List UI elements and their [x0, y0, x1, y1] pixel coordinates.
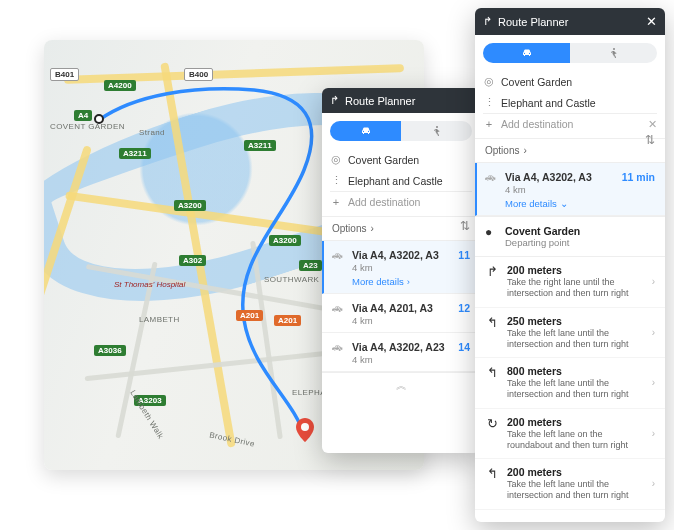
route-time: 11 min [622, 171, 655, 209]
depart-sub: Departing point [505, 237, 580, 248]
titlebar: ↱ Route Planner [322, 88, 480, 113]
step-dist: 250 meters [507, 315, 644, 327]
step-dist: 200 meters [507, 466, 644, 478]
origin-row[interactable]: ◎ Covent Garden [483, 71, 657, 92]
depart-title: Covent Garden [505, 225, 580, 237]
route-via: Via A4, A3202, A3 [505, 171, 614, 183]
options-row[interactable]: Options › [322, 216, 480, 240]
waypoints: ◎ Covent Garden ⋮ Elephant and Castle + … [322, 149, 480, 216]
walk-icon [431, 125, 443, 137]
options-label: Options [485, 145, 519, 156]
destination-row[interactable]: ⋮ Elephant and Castle [330, 170, 472, 191]
clear-icon[interactable]: ✕ [648, 118, 657, 130]
mode-switch [330, 121, 472, 141]
road-tag-a3211b: A3211 [244, 140, 276, 151]
destination-value: Elephant and Castle [348, 175, 472, 187]
swap-button[interactable]: ⇅ [460, 219, 470, 233]
turn-right-icon: ↱ [485, 264, 499, 300]
mode-switch [483, 43, 657, 63]
area-strand: Strand [139, 128, 165, 137]
plus-icon: + [483, 118, 495, 130]
swap-button[interactable]: ⇅ [645, 133, 655, 147]
route-via: Via A4, A3202, A3 [352, 249, 450, 261]
chevron-down-icon: ⌄ [560, 198, 568, 209]
add-destination-label: Add destination [501, 118, 642, 130]
roundabout-icon: ↻ [485, 416, 499, 452]
step-3[interactable]: ↻ 200 meters Take the left lane on the r… [475, 409, 665, 460]
route-item-2[interactable]: 🚗︎ Via A4, A3202, A23 4 km 14 [322, 333, 480, 372]
step-dist: 200 meters [507, 264, 644, 276]
mode-car[interactable] [483, 43, 570, 63]
chevron-right-icon: › [652, 428, 655, 439]
route-list: 🚗︎ Via A4, A3202, A3 4 km More details⌄ … [475, 162, 665, 216]
route-dist: 4 km [352, 262, 450, 273]
mode-walk[interactable] [401, 121, 472, 141]
route-dist: 4 km [352, 315, 450, 326]
road-tag-a201b: A201 [274, 315, 301, 326]
origin-row[interactable]: ◎ Covent Garden [330, 149, 472, 170]
step-2[interactable]: ↰ 800 meters Take the left lane until th… [475, 358, 665, 409]
route-arrow-icon: ↱ [483, 15, 492, 28]
step-4[interactable]: ↰ 200 meters Take the left lane until th… [475, 459, 665, 510]
turn-left-icon: ↰ [485, 466, 499, 502]
svg-point-1 [613, 48, 615, 50]
turn-left-icon: ↰ [485, 315, 499, 351]
road-tag-a302: A302 [179, 255, 206, 266]
road-tag-a3200b: A3200 [269, 235, 301, 246]
departing-point: ● Covent Garden Departing point [475, 216, 665, 256]
circle-icon: ◎ [483, 75, 495, 88]
route-time: 12 [458, 302, 470, 326]
step-1[interactable]: ↰ 250 meters Take the left lane until th… [475, 308, 665, 359]
add-destination-row[interactable]: + Add destination ✕ [483, 113, 657, 134]
road-tag-a4200: A4200 [104, 80, 136, 91]
step-dist: 200 meters [507, 416, 644, 428]
car-icon: 🚗︎ [485, 171, 497, 209]
route-via: Via A4, A201, A3 [352, 302, 450, 314]
marker-origin[interactable] [94, 114, 104, 124]
destination-value: Elephant and Castle [501, 97, 657, 109]
road-tag-a3211a: A3211 [119, 148, 151, 159]
chevron-right-icon: › [370, 223, 373, 234]
route-via: Via A4, A3202, A23 [352, 341, 450, 353]
dots-icon: ⋮ [483, 96, 495, 109]
car-icon [360, 125, 372, 137]
step-desc: Take the left lane until the intersectio… [507, 479, 644, 502]
origin-value: Covent Garden [501, 76, 657, 88]
chevron-right-icon: › [523, 145, 526, 156]
road-tag-a3200a: A3200 [174, 200, 206, 211]
destination-row[interactable]: ⋮ Elephant and Castle [483, 92, 657, 113]
step-desc: Take the left lane until the intersectio… [507, 378, 644, 401]
options-label: Options [332, 223, 366, 234]
add-destination-label: Add destination [348, 196, 472, 208]
add-destination-row[interactable]: + Add destination [330, 191, 472, 212]
car-icon: 🚗︎ [332, 249, 344, 287]
route-panel-compact: ↱ Route Planner ◎ Covent Garden ⋮ Elepha… [322, 88, 480, 453]
walk-icon [608, 47, 620, 59]
area-lambeth: LAMBETH [139, 315, 180, 324]
chevron-right-icon: › [652, 276, 655, 287]
route-item-0[interactable]: 🚗︎ Via A4, A3202, A3 4 km More details⌄ … [475, 163, 665, 216]
road-tag-a201a: A201 [236, 310, 263, 321]
dots-icon: ⋮ [330, 174, 342, 187]
more-details-link[interactable]: More details⌄ [505, 198, 614, 209]
step-0[interactable]: ↱ 200 meters Take the right lane until t… [475, 257, 665, 308]
area-covent-garden: COVENT GARDEN [50, 122, 125, 131]
step-list: ↱ 200 meters Take the right lane until t… [475, 256, 665, 510]
mode-walk[interactable] [570, 43, 657, 63]
route-item-0[interactable]: 🚗︎ Via A4, A3202, A3 4 km More details› … [322, 241, 480, 294]
road-tag-a3036: A3036 [94, 345, 126, 356]
route-item-1[interactable]: 🚗︎ Via A4, A201, A3 4 km 12 [322, 294, 480, 333]
panel-title: Route Planner [498, 16, 568, 28]
step-desc: Take the left lane until the intersectio… [507, 328, 644, 351]
car-icon: 🚗︎ [332, 302, 344, 326]
mode-car[interactable] [330, 121, 401, 141]
poi-st-thomas: St Thomas' Hospital [114, 280, 185, 289]
road-tag-a4: A4 [74, 110, 92, 121]
collapse-handle[interactable]: ︽ [322, 372, 480, 398]
close-button[interactable]: ✕ [646, 14, 657, 29]
titlebar: ↱ Route Planner ✕ [475, 8, 665, 35]
marker-destination[interactable] [296, 418, 314, 442]
step-desc: Take the right lane until the intersecti… [507, 277, 644, 300]
options-row[interactable]: Options › [475, 138, 665, 162]
more-details-link[interactable]: More details› [352, 276, 450, 287]
